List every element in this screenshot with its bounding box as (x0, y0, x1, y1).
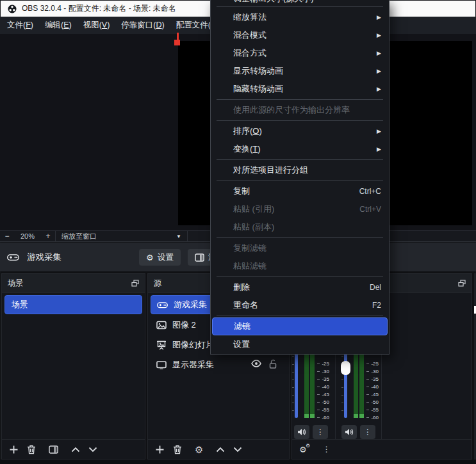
context-menu-item[interactable]: 删除Del (211, 278, 389, 296)
divider (187, 231, 188, 241)
context-menu-item[interactable]: 对所选项目进行分组 (211, 161, 389, 179)
gear-icon: ⚙ (146, 253, 154, 262)
properties-button[interactable]: ⚙ 设置 (139, 249, 181, 266)
chevron-down-icon[interactable]: ▼ (170, 234, 187, 239)
menu-item-label: 粘贴 (副本) (233, 221, 274, 233)
popout-icon[interactable] (458, 280, 466, 287)
menu-separator (217, 99, 383, 100)
scene-up-button[interactable] (71, 447, 80, 452)
menu-item-shortcut: Del (370, 283, 381, 292)
remove-source-button[interactable] (173, 445, 182, 454)
menu-separator (217, 316, 383, 316)
remove-scene-button[interactable] (27, 445, 36, 454)
zoom-level-value: 20% (14, 232, 41, 240)
scenes-panel-title: 场景 (8, 278, 23, 289)
popout-icon[interactable] (131, 280, 139, 287)
status-bar (0, 460, 476, 464)
submenu-arrow-icon: ▶ (377, 14, 381, 20)
add-scene-button[interactable] (9, 445, 19, 454)
context-menu-item-clipped[interactable]: 调整输出大小(源大小) (211, 0, 389, 5)
context-menu-item: 粘贴滤镜 (211, 257, 389, 275)
menu-item-label: 对所选项目进行分组 (233, 164, 308, 176)
zoom-in-button[interactable]: + (41, 232, 55, 241)
menu-item-shortcut: Ctrl+C (359, 187, 381, 196)
context-menu-item[interactable]: 缩放算法▶ (211, 8, 389, 26)
scene-list: 场景 (2, 295, 145, 314)
menu-item-label: 重命名 (233, 300, 258, 311)
context-menu-item[interactable]: 混合方式▶ (211, 44, 389, 62)
context-menu-item[interactable]: 隐藏转场动画▶ (211, 80, 389, 98)
menu-separator (217, 120, 383, 121)
mute-button[interactable] (294, 425, 309, 439)
submenu-arrow-icon: ▶ (377, 128, 381, 134)
scene-down-button[interactable] (88, 447, 97, 452)
obs-logo-icon (8, 4, 17, 13)
context-menu-item[interactable]: 混合模式▶ (211, 26, 389, 44)
mute-button[interactable] (341, 425, 357, 439)
menu-item-label: 混合方式 (233, 47, 267, 59)
gamepad-icon (7, 253, 19, 262)
context-menu-item: 粘贴 (引用)Ctrl+V (211, 200, 389, 218)
fader-handle[interactable] (341, 361, 350, 375)
menu-separator (217, 159, 383, 160)
monitor-icon (156, 360, 167, 369)
menu-item-label: 复制 (233, 186, 250, 197)
menu-item-label: 滤镜 (234, 321, 250, 332)
menubar-item-0[interactable]: 文件(F) (1, 17, 39, 34)
source-properties-button[interactable]: ⚙ (195, 445, 203, 454)
context-menu-item[interactable]: 重命名F2 (211, 296, 389, 314)
sources-toolbar: ⚙ (148, 439, 289, 459)
advanced-audio-icon[interactable]: ⚙ ⚙ (299, 445, 307, 454)
context-menu-item[interactable]: 复制Ctrl+C (211, 182, 389, 200)
menu-item-label: 排序(O) (233, 125, 262, 137)
menu-item-label: 粘贴 (引用) (233, 204, 274, 215)
context-menu-item[interactable]: 显示转场动画▶ (211, 62, 389, 80)
meter-scale: -25-30-35-40-45-50-55-60 (365, 360, 379, 421)
menu-separator (217, 180, 383, 181)
submenu-arrow-icon: ▶ (377, 32, 381, 38)
add-source-button[interactable] (155, 445, 165, 454)
selected-source-name: 游戏采集 (27, 252, 62, 263)
eye-icon[interactable] (251, 360, 261, 367)
menubar-item-2[interactable]: 视图(V) (78, 17, 116, 34)
menu-separator (217, 276, 383, 277)
scenes-panel-header: 场景 (2, 274, 145, 293)
source-up-button[interactable] (216, 447, 225, 452)
gamepad-icon (157, 301, 168, 309)
scene-filters-button[interactable] (49, 445, 58, 454)
menu-item-label: 变换(T) (233, 143, 261, 155)
mixer-toolbar: ⚙ ⚙ ⋮ (292, 439, 472, 459)
submenu-arrow-icon: ▶ (377, 50, 381, 56)
submenu-arrow-icon: ▶ (377, 86, 381, 92)
menu-item-shortcut: Ctrl+V (359, 205, 381, 214)
menubar-item-3[interactable]: 停靠窗口(D) (115, 17, 170, 34)
context-menu-item: 复制滤镜 (211, 239, 389, 257)
source-context-menu: 调整输出大小(源大小)缩放算法▶混合模式▶混合方式▶显示转场动画▶隐藏转场动画▶… (210, 0, 390, 355)
channel-menu-dots-icon[interactable]: ⋮ (313, 425, 328, 439)
context-menu-item[interactable]: 排序(O)▶ (211, 122, 389, 140)
source-list-item[interactable]: 显示器采集 (151, 356, 286, 374)
context-menu-item[interactable]: 滤镜 (212, 317, 388, 335)
menu-item-label: 使用此源的尺寸作为输出分辨率 (233, 104, 350, 116)
scenes-toolbar (2, 439, 145, 459)
menu-item-label: 显示转场动画 (233, 65, 283, 77)
context-menu-item: 使用此源的尺寸作为输出分辨率 (211, 101, 389, 119)
mixer-menu-dots-icon[interactable]: ⋮ (323, 445, 331, 454)
scene-list-item[interactable]: 场景 (4, 295, 142, 314)
menu-item-label: 粘贴滤镜 (233, 260, 267, 272)
source-down-button[interactable] (233, 447, 242, 452)
menubar-item-1[interactable]: 编辑(E) (39, 17, 78, 34)
filter-icon (195, 253, 204, 262)
context-menu-item[interactable]: 设置 (211, 335, 389, 353)
window-title: OBS 32.0.4 - 配置文件: 未命名 - 场景: 未命名 (22, 3, 176, 14)
submenu-arrow-icon: ▶ (377, 146, 381, 152)
zoom-out-button[interactable]: − (0, 232, 14, 241)
fit-to-window-dropdown[interactable]: 缩放至窗口 (56, 232, 127, 241)
context-menu-item[interactable]: 变换(T)▶ (211, 140, 389, 158)
lock-open-icon[interactable] (268, 359, 277, 369)
context-menu-item: 粘贴 (副本) (211, 218, 389, 236)
menu-item-label: 缩放算法 (233, 12, 267, 23)
selection-handle[interactable] (174, 40, 180, 45)
menu-item-label: 隐藏转场动画 (233, 83, 283, 95)
channel-menu-dots-icon[interactable]: ⋮ (360, 425, 375, 439)
